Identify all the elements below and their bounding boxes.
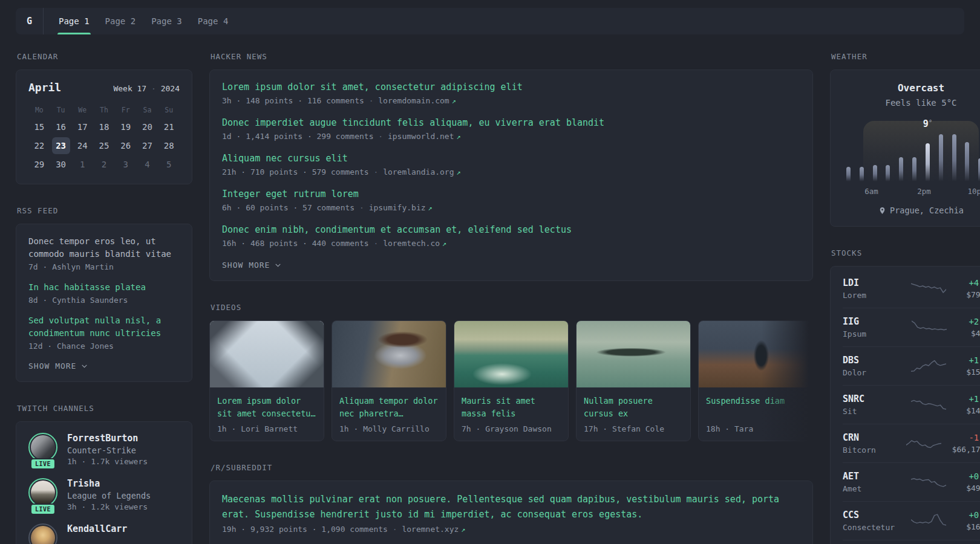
rss-widget: Donec tempor eros leo, ut commodo mauris… xyxy=(16,224,192,382)
twitch-channel-meta: 1h · 1.7k viewers xyxy=(67,457,148,466)
tab-page-3[interactable]: Page 3 xyxy=(143,8,190,34)
external-link-icon: ↗ xyxy=(452,97,456,105)
tab-page-1[interactable]: Page 1 xyxy=(51,8,97,34)
stock-name: Ipsum xyxy=(843,329,901,338)
reddit-post-link[interactable]: Maecenas mollis pulvinar erat non posuer… xyxy=(222,492,800,522)
stock-row-ldi[interactable]: LDI Lorem +4.35% $795.18 xyxy=(843,270,980,308)
stock-row-crn[interactable]: CRN Bitcorn -1.00% $66,171.48 xyxy=(843,424,980,462)
calendar-day-next-month: 3 xyxy=(117,156,135,173)
stock-ticker: CCS xyxy=(843,510,901,520)
hn-domain-link[interactable]: loremdomain.com xyxy=(378,96,449,105)
hn-story-meta: 21h · 710 points · 579 comments · loreml… xyxy=(222,167,800,176)
app-logo[interactable]: G xyxy=(16,8,44,34)
stock-price: $165.84 xyxy=(966,522,980,531)
twitch-channel-forrestburton[interactable]: LIVE ForrestBurton Counter-Strike 1h · 1… xyxy=(28,433,180,466)
weather-section-label: WEATHER xyxy=(831,52,980,61)
hn-story-link[interactable]: Donec imperdiet augue tincidunt felis al… xyxy=(222,117,800,129)
rss-item-link[interactable]: Sed volutpat nulla nisl, a condimentum n… xyxy=(28,314,180,340)
weather-feels-like: Feels like 5°C xyxy=(843,98,980,108)
weather-bar xyxy=(899,157,903,181)
stock-change: +2.84% xyxy=(969,317,980,326)
nav-tabs: Page 1 Page 2 Page 3 Page 4 xyxy=(51,8,236,34)
calendar-day-next-month: 4 xyxy=(138,156,156,173)
rss-item: Donec tempor eros leo, ut commodo mauris… xyxy=(28,235,180,271)
external-link-icon: ↗ xyxy=(457,132,461,141)
hn-story-link[interactable]: Integer eget rutrum lorem xyxy=(222,188,800,201)
stock-name: Sit xyxy=(843,407,901,416)
hn-domain-link[interactable]: ipsumworld.net xyxy=(388,132,454,141)
hn-story-link[interactable]: Donec enim nibh, condimentum et accumsan… xyxy=(222,224,800,236)
stock-ticker: DBS xyxy=(843,355,901,366)
calendar-day: 29 xyxy=(30,156,48,173)
hn-show-more-button[interactable]: SHOW MORE xyxy=(222,261,282,270)
stock-row-ccs[interactable]: CCS Consectetur +0.51% $165.84 xyxy=(843,501,980,540)
video-card[interactable]: Nullam posuere cursus ex 17h · Stefan Co… xyxy=(576,320,691,441)
rss-item-meta: 7d · Ashlyn Martin xyxy=(28,262,180,271)
twitch-channel-name: Trisha xyxy=(67,478,151,489)
stocks-section: STOCKS LDI Lorem +4.35% $795.18 IIG xyxy=(830,248,980,544)
stock-sparkline xyxy=(912,319,947,335)
external-link-icon: ↗ xyxy=(442,239,446,248)
rss-item-meta: 8d · Cynthia Saunders xyxy=(28,296,180,305)
tab-page-2[interactable]: Page 2 xyxy=(97,8,144,34)
rss-item-meta: 12d · Chance Jones xyxy=(28,342,180,351)
hn-story-link[interactable]: Lorem ipsum dolor sit amet, consectetur … xyxy=(222,81,800,94)
stock-sparkline xyxy=(911,358,946,374)
video-card[interactable]: Suspendisse diam 18h · Tara xyxy=(698,320,813,441)
chevron-down-icon xyxy=(80,362,88,370)
weather-location-text: Prague, Czechia xyxy=(890,206,964,215)
rss-section: RSS FEED Donec tempor eros leo, ut commo… xyxy=(16,206,192,382)
calendar-week: Week 17 xyxy=(113,84,146,93)
stock-name: Dolor xyxy=(843,368,901,377)
calendar-day-selected: 23 xyxy=(52,137,70,154)
live-badge: LIVE xyxy=(30,504,56,515)
hn-story-link[interactable]: Aliquam nec cursus elit xyxy=(222,152,800,165)
videos-carousel: Lorem ipsum dolor sit amet consectetu… 1… xyxy=(209,320,813,441)
video-thumbnail xyxy=(210,321,324,387)
twitch-channel-trisha[interactable]: LIVE Trisha League of Legends 3h · 1.2k … xyxy=(28,478,180,511)
video-meta: 1h · Molly Carrillo xyxy=(339,424,439,433)
stock-price: $156.28 xyxy=(966,368,980,377)
weather-bar xyxy=(860,167,864,181)
video-card[interactable]: Aliquam tempor dolor nec pharetra… 1h · … xyxy=(332,320,446,441)
twitch-channel-kendallcarr[interactable]: KendallCarr xyxy=(28,523,180,544)
hn-domain-link[interactable]: loremlandia.org xyxy=(383,167,454,176)
rss-section-label: RSS FEED xyxy=(17,206,192,215)
rss-item-link[interactable]: Donec tempor eros leo, ut commodo mauris… xyxy=(28,235,180,261)
hn-item: Donec imperdiet augue tincidunt felis al… xyxy=(222,117,800,141)
hn-domain-link[interactable]: loremtech.co xyxy=(383,239,440,248)
stock-row-iig[interactable]: IIG Ipsum +2.84% $42.04 xyxy=(843,308,980,346)
twitch-channel-name: ForrestBurton xyxy=(67,433,148,444)
hn-domain-link[interactable]: ipsumify.biz xyxy=(369,203,426,212)
dot-separator: · xyxy=(369,96,374,105)
video-meta: 1h · Lori Barnett xyxy=(217,424,316,433)
twitch-avatar-wrap: LIVE xyxy=(28,478,57,511)
top-nav: G Page 1 Page 2 Page 3 Page 4 xyxy=(16,8,964,34)
stock-change: +1.36% xyxy=(966,394,980,404)
tab-page-4[interactable]: Page 4 xyxy=(190,8,237,34)
weather-section: WEATHER Overcast Feels like 5°C 9° 6am 2… xyxy=(830,52,980,227)
stock-row-dbs[interactable]: DBS Dolor +1.42% $156.28 xyxy=(843,346,980,385)
stock-sparkline xyxy=(911,280,946,296)
twitch-channel-name: KendallCarr xyxy=(67,523,127,534)
reddit-domain-link[interactable]: loremnet.xyz xyxy=(402,525,459,534)
hackernews-widget: Lorem ipsum dolor sit amet, consectetur … xyxy=(209,70,813,281)
video-title: Aliquam tempor dolor nec pharetra… xyxy=(339,395,439,420)
video-card[interactable]: Mauris sit amet massa felis 7h · Grayson… xyxy=(454,320,569,441)
rss-show-more-button[interactable]: SHOW MORE xyxy=(28,361,88,371)
video-card[interactable]: Lorem ipsum dolor sit amet consectetu… 1… xyxy=(209,320,324,441)
rss-item-link[interactable]: In hac habitasse platea xyxy=(28,281,180,294)
calendar-day: 27 xyxy=(138,137,156,154)
videos-section: VIDEOS Lorem ipsum dolor sit amet consec… xyxy=(209,303,813,441)
stock-row-snrc[interactable]: SNRC Sit +1.36% $148.64 xyxy=(843,385,980,424)
stock-row-ahs[interactable]: AHS +0.46% xyxy=(843,540,980,544)
stock-row-aet[interactable]: AET Amet +0.92% $499.72 xyxy=(843,462,980,501)
stock-price: $795.18 xyxy=(966,290,980,299)
hn-item: Integer eget rutrum lorem 6h · 60 points… xyxy=(222,188,800,212)
external-link-icon: ↗ xyxy=(457,168,461,176)
weather-bar xyxy=(912,157,916,181)
weather-bar xyxy=(965,142,969,181)
subreddit-section-label: /R/SUBREDDIT xyxy=(211,463,813,472)
calendar-day: 19 xyxy=(117,118,135,135)
video-thumbnail xyxy=(577,321,690,387)
